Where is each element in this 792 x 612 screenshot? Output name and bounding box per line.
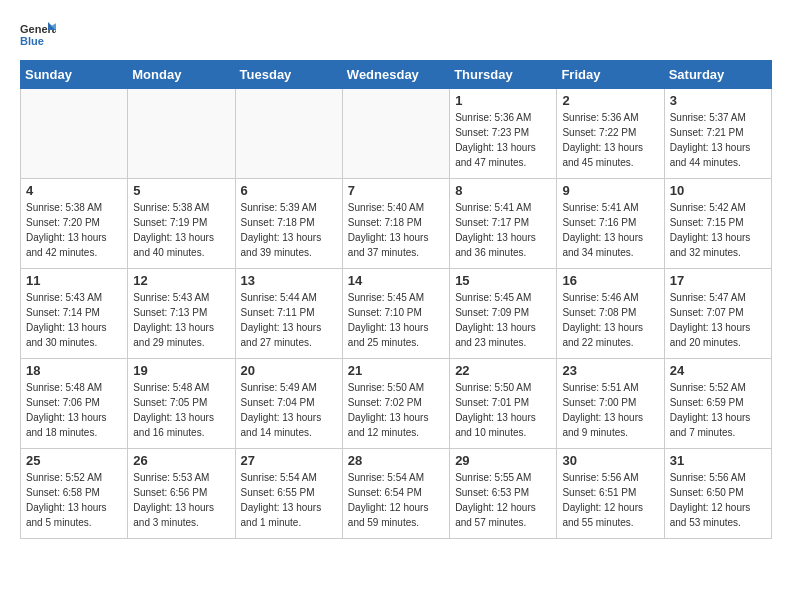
calendar-cell: 6Sunrise: 5:39 AMSunset: 7:18 PMDaylight… (235, 179, 342, 269)
page-header: General Blue (20, 20, 772, 50)
header-saturday: Saturday (664, 61, 771, 89)
header-thursday: Thursday (450, 61, 557, 89)
day-number: 19 (133, 363, 229, 378)
day-info: Sunrise: 5:54 AMSunset: 6:55 PMDaylight:… (241, 470, 337, 530)
day-number: 3 (670, 93, 766, 108)
day-info: Sunrise: 5:40 AMSunset: 7:18 PMDaylight:… (348, 200, 444, 260)
calendar-table: SundayMondayTuesdayWednesdayThursdayFrid… (20, 60, 772, 539)
day-number: 20 (241, 363, 337, 378)
day-number: 2 (562, 93, 658, 108)
calendar-cell: 23Sunrise: 5:51 AMSunset: 7:00 PMDayligh… (557, 359, 664, 449)
header-monday: Monday (128, 61, 235, 89)
day-number: 16 (562, 273, 658, 288)
day-number: 9 (562, 183, 658, 198)
day-info: Sunrise: 5:49 AMSunset: 7:04 PMDaylight:… (241, 380, 337, 440)
calendar-cell: 3Sunrise: 5:37 AMSunset: 7:21 PMDaylight… (664, 89, 771, 179)
day-info: Sunrise: 5:47 AMSunset: 7:07 PMDaylight:… (670, 290, 766, 350)
day-info: Sunrise: 5:41 AMSunset: 7:17 PMDaylight:… (455, 200, 551, 260)
day-number: 31 (670, 453, 766, 468)
calendar-cell: 13Sunrise: 5:44 AMSunset: 7:11 PMDayligh… (235, 269, 342, 359)
day-info: Sunrise: 5:42 AMSunset: 7:15 PMDaylight:… (670, 200, 766, 260)
day-info: Sunrise: 5:36 AMSunset: 7:22 PMDaylight:… (562, 110, 658, 170)
calendar-week-4: 18Sunrise: 5:48 AMSunset: 7:06 PMDayligh… (21, 359, 772, 449)
day-number: 25 (26, 453, 122, 468)
calendar-header-row: SundayMondayTuesdayWednesdayThursdayFrid… (21, 61, 772, 89)
day-info: Sunrise: 5:38 AMSunset: 7:19 PMDaylight:… (133, 200, 229, 260)
day-info: Sunrise: 5:53 AMSunset: 6:56 PMDaylight:… (133, 470, 229, 530)
header-wednesday: Wednesday (342, 61, 449, 89)
calendar-cell: 8Sunrise: 5:41 AMSunset: 7:17 PMDaylight… (450, 179, 557, 269)
logo: General Blue (20, 20, 56, 50)
day-number: 6 (241, 183, 337, 198)
calendar-cell: 7Sunrise: 5:40 AMSunset: 7:18 PMDaylight… (342, 179, 449, 269)
calendar-cell: 14Sunrise: 5:45 AMSunset: 7:10 PMDayligh… (342, 269, 449, 359)
calendar-cell: 2Sunrise: 5:36 AMSunset: 7:22 PMDaylight… (557, 89, 664, 179)
calendar-cell: 5Sunrise: 5:38 AMSunset: 7:19 PMDaylight… (128, 179, 235, 269)
day-info: Sunrise: 5:52 AMSunset: 6:58 PMDaylight:… (26, 470, 122, 530)
calendar-cell: 9Sunrise: 5:41 AMSunset: 7:16 PMDaylight… (557, 179, 664, 269)
day-info: Sunrise: 5:45 AMSunset: 7:09 PMDaylight:… (455, 290, 551, 350)
day-number: 12 (133, 273, 229, 288)
calendar-cell: 12Sunrise: 5:43 AMSunset: 7:13 PMDayligh… (128, 269, 235, 359)
day-number: 5 (133, 183, 229, 198)
calendar-cell: 31Sunrise: 5:56 AMSunset: 6:50 PMDayligh… (664, 449, 771, 539)
calendar-cell: 26Sunrise: 5:53 AMSunset: 6:56 PMDayligh… (128, 449, 235, 539)
calendar-cell: 24Sunrise: 5:52 AMSunset: 6:59 PMDayligh… (664, 359, 771, 449)
day-number: 24 (670, 363, 766, 378)
day-info: Sunrise: 5:37 AMSunset: 7:21 PMDaylight:… (670, 110, 766, 170)
day-info: Sunrise: 5:50 AMSunset: 7:01 PMDaylight:… (455, 380, 551, 440)
calendar-week-2: 4Sunrise: 5:38 AMSunset: 7:20 PMDaylight… (21, 179, 772, 269)
day-number: 1 (455, 93, 551, 108)
day-info: Sunrise: 5:43 AMSunset: 7:13 PMDaylight:… (133, 290, 229, 350)
day-number: 18 (26, 363, 122, 378)
calendar-cell (342, 89, 449, 179)
calendar-cell: 19Sunrise: 5:48 AMSunset: 7:05 PMDayligh… (128, 359, 235, 449)
calendar-cell: 28Sunrise: 5:54 AMSunset: 6:54 PMDayligh… (342, 449, 449, 539)
day-number: 23 (562, 363, 658, 378)
day-info: Sunrise: 5:56 AMSunset: 6:50 PMDaylight:… (670, 470, 766, 530)
header-sunday: Sunday (21, 61, 128, 89)
calendar-cell: 10Sunrise: 5:42 AMSunset: 7:15 PMDayligh… (664, 179, 771, 269)
day-number: 7 (348, 183, 444, 198)
header-friday: Friday (557, 61, 664, 89)
calendar-cell: 4Sunrise: 5:38 AMSunset: 7:20 PMDaylight… (21, 179, 128, 269)
day-info: Sunrise: 5:52 AMSunset: 6:59 PMDaylight:… (670, 380, 766, 440)
calendar-cell: 15Sunrise: 5:45 AMSunset: 7:09 PMDayligh… (450, 269, 557, 359)
svg-text:Blue: Blue (20, 35, 44, 47)
day-info: Sunrise: 5:50 AMSunset: 7:02 PMDaylight:… (348, 380, 444, 440)
day-number: 29 (455, 453, 551, 468)
day-number: 8 (455, 183, 551, 198)
day-info: Sunrise: 5:41 AMSunset: 7:16 PMDaylight:… (562, 200, 658, 260)
calendar-cell: 16Sunrise: 5:46 AMSunset: 7:08 PMDayligh… (557, 269, 664, 359)
day-number: 14 (348, 273, 444, 288)
calendar-cell: 27Sunrise: 5:54 AMSunset: 6:55 PMDayligh… (235, 449, 342, 539)
day-info: Sunrise: 5:45 AMSunset: 7:10 PMDaylight:… (348, 290, 444, 350)
day-number: 30 (562, 453, 658, 468)
calendar-cell (21, 89, 128, 179)
day-info: Sunrise: 5:56 AMSunset: 6:51 PMDaylight:… (562, 470, 658, 530)
day-info: Sunrise: 5:51 AMSunset: 7:00 PMDaylight:… (562, 380, 658, 440)
day-number: 15 (455, 273, 551, 288)
day-info: Sunrise: 5:48 AMSunset: 7:05 PMDaylight:… (133, 380, 229, 440)
day-number: 28 (348, 453, 444, 468)
day-number: 13 (241, 273, 337, 288)
calendar-cell: 18Sunrise: 5:48 AMSunset: 7:06 PMDayligh… (21, 359, 128, 449)
logo-bird-icon: General Blue (20, 20, 56, 50)
day-number: 17 (670, 273, 766, 288)
calendar-cell: 22Sunrise: 5:50 AMSunset: 7:01 PMDayligh… (450, 359, 557, 449)
day-info: Sunrise: 5:39 AMSunset: 7:18 PMDaylight:… (241, 200, 337, 260)
day-info: Sunrise: 5:44 AMSunset: 7:11 PMDaylight:… (241, 290, 337, 350)
calendar-cell: 30Sunrise: 5:56 AMSunset: 6:51 PMDayligh… (557, 449, 664, 539)
calendar-week-5: 25Sunrise: 5:52 AMSunset: 6:58 PMDayligh… (21, 449, 772, 539)
day-info: Sunrise: 5:55 AMSunset: 6:53 PMDaylight:… (455, 470, 551, 530)
calendar-cell: 29Sunrise: 5:55 AMSunset: 6:53 PMDayligh… (450, 449, 557, 539)
header-tuesday: Tuesday (235, 61, 342, 89)
calendar-cell (128, 89, 235, 179)
day-number: 22 (455, 363, 551, 378)
day-number: 21 (348, 363, 444, 378)
day-info: Sunrise: 5:54 AMSunset: 6:54 PMDaylight:… (348, 470, 444, 530)
calendar-week-3: 11Sunrise: 5:43 AMSunset: 7:14 PMDayligh… (21, 269, 772, 359)
calendar-cell: 11Sunrise: 5:43 AMSunset: 7:14 PMDayligh… (21, 269, 128, 359)
day-info: Sunrise: 5:38 AMSunset: 7:20 PMDaylight:… (26, 200, 122, 260)
day-number: 26 (133, 453, 229, 468)
